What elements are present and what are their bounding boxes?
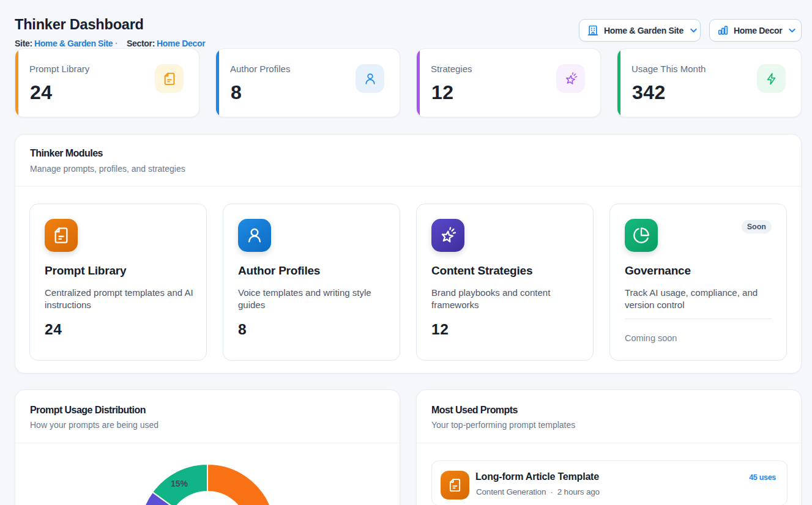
svg-text:15%: 15%: [171, 479, 188, 488]
